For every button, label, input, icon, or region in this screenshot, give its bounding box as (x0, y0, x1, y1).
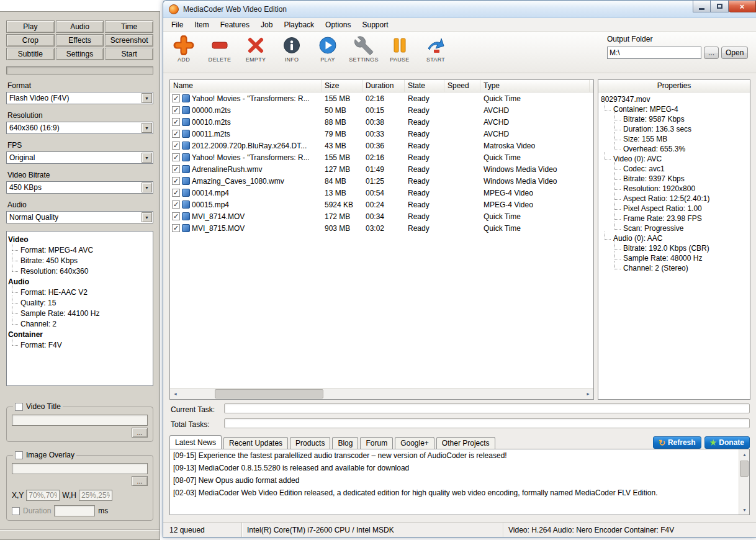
table-row[interactable]: Yahoo! Movies - "Transformers: R... 155 … (170, 151, 593, 163)
scroll-left-icon[interactable] (170, 389, 181, 399)
row-checkbox[interactable] (172, 118, 180, 126)
news-tab[interactable]: Google+ (395, 437, 434, 449)
news-item[interactable]: [09-15] Experience the fastest paralelli… (170, 449, 749, 462)
title-bar[interactable]: MediaCoder Web Video Edition × (163, 1, 756, 18)
panel-button[interactable]: Screenshot (105, 34, 153, 47)
row-checkbox[interactable] (172, 200, 180, 209)
news-tab[interactable]: Forum (360, 437, 393, 449)
menu-item[interactable]: Item (189, 19, 214, 31)
minimize-button[interactable] (693, 1, 711, 12)
scroll-up-icon[interactable] (739, 449, 750, 459)
dropdown[interactable]: Flash Video (F4V) (6, 92, 153, 104)
row-checkbox[interactable] (172, 142, 180, 150)
table-row[interactable]: MVI_8714.MOV 172 MB 00:34 Ready Quick Ti… (170, 210, 593, 222)
news-tab[interactable]: Products (290, 437, 330, 449)
duration-input[interactable] (54, 505, 95, 516)
chevron-down-icon[interactable] (142, 93, 152, 103)
menu-item[interactable]: Features (215, 19, 255, 31)
horizontal-scrollbar[interactable] (170, 388, 593, 399)
play-button[interactable]: PLAY (310, 34, 346, 73)
pause-button[interactable]: PAUSE (382, 34, 418, 73)
column-header-state[interactable]: State (405, 80, 444, 92)
row-checkbox[interactable] (172, 94, 180, 102)
video-title-input[interactable] (12, 415, 148, 426)
panel-button[interactable]: Play (6, 20, 55, 33)
info-button[interactable]: INFO (274, 34, 310, 73)
scrollbar-thumb[interactable] (215, 389, 323, 398)
scroll-right-icon[interactable] (583, 389, 593, 399)
dropdown[interactable]: Normal Quality (6, 211, 153, 223)
row-checkbox[interactable] (172, 130, 180, 138)
scrollbar-thumb[interactable] (740, 461, 749, 477)
menu-item[interactable]: Options (320, 19, 356, 31)
chevron-down-icon[interactable] (142, 123, 152, 133)
table-row[interactable]: MVI_8715.MOV 903 MB 03:02 Ready Quick Ti… (170, 222, 593, 234)
scroll-down-icon[interactable] (739, 505, 750, 515)
table-row[interactable]: 00014.mp4 13 MB 00:54 Ready MPEG-4 Video (170, 187, 593, 199)
news-tab[interactable]: Recent Updates (223, 437, 288, 449)
output-folder-browse-button[interactable]: ... (704, 47, 719, 59)
chevron-down-icon[interactable] (142, 212, 152, 222)
settings-button[interactable]: SETTINGS (346, 34, 382, 73)
panel-button[interactable]: Start (105, 48, 153, 60)
table-row[interactable]: 00010.m2ts 88 MB 00:38 Ready AVCHD (170, 116, 593, 128)
panel-button[interactable]: Audio (56, 20, 104, 33)
delete-button[interactable]: DELETE (202, 34, 238, 73)
table-row[interactable]: 00011.m2ts 79 MB 00:33 Ready AVCHD (170, 128, 593, 140)
news-item[interactable]: [09-13] MediaCoder 0.8.15.5280 is releas… (170, 462, 749, 474)
table-row[interactable]: 00015.mp4 5924 KB 00:24 Ready MPEG-4 Vid… (170, 199, 593, 210)
table-row[interactable]: 00000.m2ts 50 MB 00:15 Ready AVCHD (170, 104, 593, 116)
duration-checkbox[interactable] (12, 507, 20, 515)
empty-button[interactable]: EMPTY (238, 34, 274, 73)
panel-button[interactable]: Effects (56, 34, 104, 47)
menu-item[interactable]: File (166, 19, 189, 31)
table-row[interactable]: Yahoo! Movies - "Transformers: R... 155 … (170, 92, 593, 104)
news-tab[interactable]: Other Projects (436, 437, 495, 449)
close-button[interactable]: × (729, 1, 756, 12)
start-button[interactable]: START (418, 34, 454, 73)
panel-button[interactable]: Crop (6, 34, 55, 47)
dropdown[interactable]: Original (6, 151, 153, 164)
xy-input[interactable] (26, 490, 60, 501)
chevron-down-icon[interactable] (142, 182, 152, 192)
news-item[interactable]: [08-07] New Opus audio format added (170, 474, 749, 487)
output-folder-open-button[interactable]: Open (721, 47, 748, 59)
menu-item[interactable]: Playback (278, 19, 320, 31)
refresh-button[interactable]: Refresh (653, 436, 701, 449)
donate-button[interactable]: Donate (704, 436, 750, 449)
menu-item[interactable]: Support (356, 19, 394, 31)
output-folder-input[interactable] (607, 47, 701, 59)
row-checkbox[interactable] (172, 177, 180, 185)
row-checkbox[interactable] (172, 165, 180, 173)
dropdown[interactable]: 450 KBps (6, 181, 153, 194)
image-overlay-input[interactable] (12, 463, 148, 474)
panel-button[interactable]: Subtitle (6, 48, 55, 60)
wh-input[interactable] (79, 490, 112, 501)
row-checkbox[interactable] (172, 212, 180, 220)
video-title-browse-button[interactable]: ... (132, 428, 148, 438)
column-header-speed[interactable]: Speed (444, 80, 480, 92)
row-checkbox[interactable] (172, 106, 180, 114)
column-header-type[interactable]: Type (480, 80, 590, 92)
column-header-duration[interactable]: Duration (362, 80, 405, 92)
dropdown[interactable]: 640x360 (16:9) (6, 122, 153, 134)
chevron-down-icon[interactable] (142, 153, 152, 163)
table-row[interactable]: Amazing_Caves_1080.wmv 84 MB 01:25 Ready… (170, 175, 593, 187)
row-checkbox[interactable] (172, 153, 180, 161)
menu-item[interactable]: Job (255, 19, 278, 31)
table-row[interactable]: 2012.2009.720p.BluRay.x264.DT... 43 MB 0… (170, 140, 593, 151)
vertical-scrollbar[interactable] (739, 449, 749, 515)
news-item[interactable]: [02-03] MediaCoder Web Video Edition rel… (170, 487, 749, 499)
row-checkbox[interactable] (172, 224, 180, 232)
table-row[interactable]: AdrenalineRush.wmv 127 MB 01:49 Ready Wi… (170, 163, 593, 175)
video-title-checkbox[interactable] (15, 403, 23, 411)
panel-button[interactable]: Time (105, 20, 153, 33)
column-header-size[interactable]: Size (322, 80, 362, 92)
panel-button[interactable]: Settings (56, 48, 104, 60)
add-button[interactable]: ADD (166, 34, 202, 73)
row-checkbox[interactable] (172, 189, 180, 197)
news-tab[interactable]: Latest News (169, 435, 222, 449)
image-overlay-browse-button[interactable]: ... (132, 476, 148, 486)
properties-header[interactable]: Properties (598, 80, 750, 92)
maximize-button[interactable] (711, 1, 729, 12)
